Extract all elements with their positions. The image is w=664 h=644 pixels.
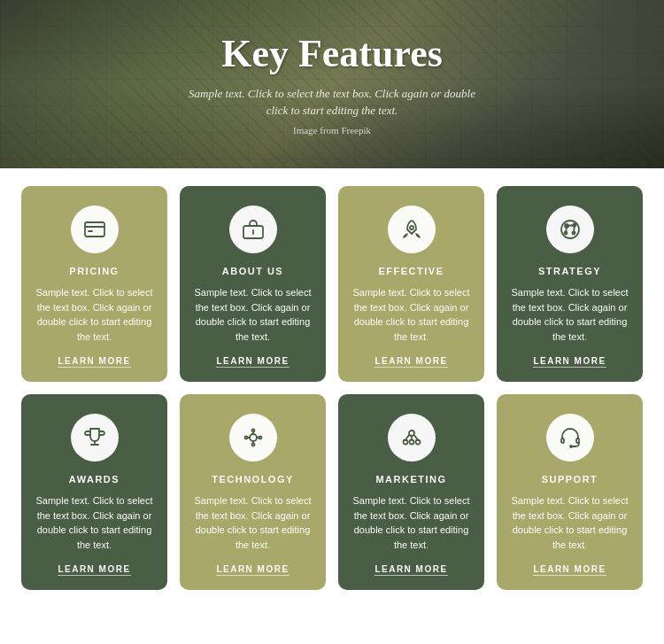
card-title-effective: EFFECTIVE xyxy=(378,266,444,276)
card-technology: TECHNOLOGY Sample text. Click to select … xyxy=(180,394,326,590)
card-title-support: SUPPORT xyxy=(542,474,598,485)
card-awards: AWARDS Sample text. Click to select the … xyxy=(21,394,167,590)
card-text-pricing: Sample text. Click to select the text bo… xyxy=(34,285,155,344)
card-text-effective: Sample text. Click to select the text bo… xyxy=(351,285,472,344)
card-text-marketing: Sample text. Click to select the text bo… xyxy=(351,493,472,552)
card-text-awards: Sample text. Click to select the text bo… xyxy=(34,493,155,552)
card-text-strategy: Sample text. Click to select the text bo… xyxy=(509,285,630,344)
card-title-marketing: MARKETING xyxy=(375,474,446,485)
hero-title: Key Features xyxy=(181,33,483,75)
card-link-strategy[interactable]: LEARN MORE xyxy=(533,356,606,368)
card-support: SUPPORT Sample text. Click to select the… xyxy=(497,394,643,590)
card-text-about-us: Sample text. Click to select the text bo… xyxy=(192,285,313,344)
svg-rect-0 xyxy=(85,222,104,237)
svg-point-17 xyxy=(250,434,257,441)
marketing-icon xyxy=(388,414,436,462)
card-title-strategy: STRATEGY xyxy=(538,266,601,276)
card-title-technology: TECHNOLOGY xyxy=(212,474,294,485)
card-text-support: Sample text. Click to select the text bo… xyxy=(509,493,630,552)
card-marketing: MARKETING Sample text. Click to select t… xyxy=(338,394,484,590)
svg-line-13 xyxy=(566,226,567,233)
hero-section: Key Features Sample text. Click to selec… xyxy=(0,0,664,168)
svg-rect-31 xyxy=(561,438,564,443)
card-link-about-us[interactable]: LEARN MORE xyxy=(216,356,289,368)
card-about-us: ABOUT US Sample text. Click to select th… xyxy=(180,186,326,382)
card-strategy: X STRATEGY Sample text. Click to select … xyxy=(497,186,643,382)
hero-subtitle: Sample text. Click to select the text bo… xyxy=(181,85,483,120)
pricing-icon xyxy=(71,206,119,253)
strategy-icon: X xyxy=(546,206,594,253)
cards-grid: PRICING Sample text. Click to select the… xyxy=(21,186,643,590)
card-link-support[interactable]: LEARN MORE xyxy=(533,564,606,576)
svg-point-5 xyxy=(410,226,413,229)
card-title-about-us: ABOUT US xyxy=(222,266,283,276)
trophy-icon xyxy=(71,414,119,462)
cards-section: PRICING Sample text. Click to select the… xyxy=(0,168,664,611)
card-link-effective[interactable]: LEARN MORE xyxy=(374,356,447,368)
svg-point-33 xyxy=(570,446,572,447)
hero-content: Key Features Sample text. Click to selec… xyxy=(164,15,500,152)
card-text-technology: Sample text. Click to select the text bo… xyxy=(192,493,313,552)
card-pricing: PRICING Sample text. Click to select the… xyxy=(21,186,167,382)
card-link-pricing[interactable]: LEARN MORE xyxy=(58,356,130,368)
rocket-icon xyxy=(388,206,436,253)
card-effective: EFFECTIVE Sample text. Click to select t… xyxy=(338,186,484,382)
card-title-pricing: PRICING xyxy=(69,266,119,276)
briefcase-icon xyxy=(229,206,277,253)
card-link-awards[interactable]: LEARN MORE xyxy=(58,564,130,576)
technology-icon xyxy=(229,414,277,462)
card-title-awards: AWARDS xyxy=(69,474,120,485)
hero-credit: Image from Freepik xyxy=(181,125,483,136)
card-link-marketing[interactable]: LEARN MORE xyxy=(374,564,447,576)
support-icon xyxy=(546,414,594,462)
card-link-technology[interactable]: LEARN MORE xyxy=(216,564,289,576)
svg-point-6 xyxy=(561,221,579,238)
